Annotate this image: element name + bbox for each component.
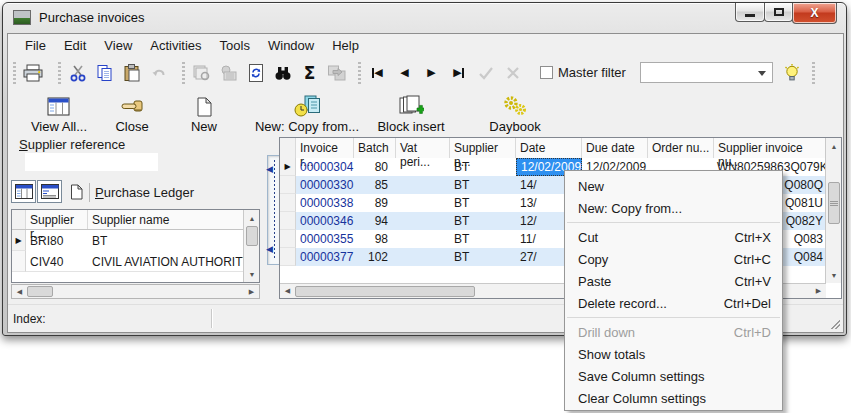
totals-button[interactable]: Σ (296, 60, 323, 86)
supplier-ref-cell[interactable]: BRI80 (26, 230, 88, 251)
accept-button[interactable] (472, 60, 499, 86)
title-bar[interactable]: Purchase invoices X (3, 3, 846, 32)
last-record-button[interactable]: ▶ (445, 60, 472, 86)
batch-cell[interactable]: 94 (354, 212, 396, 230)
quick-help-button[interactable] (779, 60, 806, 86)
menu-view[interactable]: View (95, 36, 141, 55)
supplier-cell[interactable]: BT (450, 194, 516, 212)
minimize-button[interactable] (735, 3, 765, 22)
due-date-column-header[interactable]: Due date (582, 138, 648, 158)
toolbar-grip[interactable] (812, 62, 815, 84)
scroll-thumb[interactable] (27, 286, 53, 297)
resize-grip-icon[interactable] (828, 317, 840, 329)
vat-cell[interactable] (396, 194, 450, 212)
paste-button[interactable] (118, 60, 145, 86)
invoice-cell[interactable]: 00000304 (296, 158, 354, 176)
batch-cell[interactable]: 89 (354, 194, 396, 212)
menu-file[interactable]: File (16, 36, 55, 55)
supplier-reference-input[interactable] (25, 153, 158, 171)
scroll-up-icon[interactable]: ▲ (245, 211, 259, 225)
toolbar-grip[interactable] (358, 62, 361, 84)
vat-cell[interactable] (396, 158, 450, 176)
supplier-name-column-header[interactable]: Supplier name (88, 210, 244, 229)
cancel-button[interactable] (499, 60, 526, 86)
menu-tools[interactable]: Tools (211, 36, 259, 55)
batch-cell[interactable]: 98 (354, 230, 396, 248)
invoice-column-header[interactable]: Invoice r... (296, 138, 354, 158)
supplier-ref-column-header[interactable]: Supplier r... (26, 210, 88, 229)
toolbar-grip[interactable] (13, 62, 16, 84)
supplier-row[interactable]: CIV40 CIVIL AVIATION AUTHORITY (12, 251, 244, 272)
scroll-thumb[interactable] (295, 286, 475, 297)
undo-button[interactable] (145, 60, 172, 86)
menu-window[interactable]: Window (259, 36, 323, 55)
supplier-cell[interactable]: BT (450, 248, 516, 266)
invoice-cell[interactable]: 00000330 (296, 176, 354, 194)
menu-activities[interactable]: Activities (141, 36, 210, 55)
supplier-cell[interactable]: BT (450, 230, 516, 248)
close-form-button[interactable]: Close (99, 91, 165, 134)
supplier-cell[interactable]: BT (450, 158, 516, 176)
supplier-name-cell[interactable]: CIVIL AVIATION AUTHORITY (88, 251, 244, 271)
supplier-ref-cell[interactable]: CIV40 (26, 251, 88, 271)
vat-cell[interactable] (396, 212, 450, 230)
vat-cell[interactable] (396, 248, 450, 266)
form-view-button[interactable] (37, 180, 62, 203)
master-filter-checkbox[interactable] (540, 66, 553, 79)
company-button[interactable] (215, 60, 242, 86)
supplier-row[interactable]: ▶ BRI80 BT (12, 230, 244, 251)
supplier-invoice-column-header[interactable]: Supplier invoice nu.. (714, 138, 826, 158)
grid-view-button[interactable] (11, 180, 36, 203)
scroll-thumb[interactable] (246, 226, 258, 246)
next-record-button[interactable]: ▶ (418, 60, 445, 86)
print-button[interactable] (19, 60, 46, 86)
batch-column-header[interactable]: Batch (354, 138, 396, 158)
supplier-cell[interactable]: BT (450, 176, 516, 194)
new-copy-from-button[interactable]: New: Copy from... (245, 91, 369, 134)
cut-button[interactable] (64, 60, 91, 86)
context-menu-item-drill-down[interactable]: Drill downCtrl+D (565, 321, 782, 343)
menu-edit[interactable]: Edit (55, 36, 95, 55)
invoice-cell[interactable]: 00000338 (296, 194, 354, 212)
find-button[interactable] (269, 60, 296, 86)
scroll-right-icon[interactable]: ▶ (244, 285, 259, 298)
view-all-button[interactable]: View All... (17, 91, 101, 134)
invoice-cell[interactable]: 00000346 (296, 212, 354, 230)
scroll-left-icon[interactable]: ◀ (280, 285, 295, 298)
supplier-table-hscrollbar[interactable]: ◀ ▶ (11, 284, 260, 299)
invoice-cell[interactable]: 00000377 (296, 248, 354, 266)
transfer-button[interactable] (323, 60, 350, 86)
invoice-grid-vscrollbar[interactable]: ▲ ▼ (825, 138, 841, 283)
vat-cell[interactable] (396, 176, 450, 194)
block-insert-button[interactable]: Block insert (363, 91, 459, 134)
supplier-cell[interactable]: BT (450, 212, 516, 230)
scroll-down-icon[interactable]: ▼ (827, 268, 841, 282)
batch-cell[interactable]: 85 (354, 176, 396, 194)
refresh-button[interactable] (242, 60, 269, 86)
context-menu-item-clear-column-settings[interactable]: Clear Column settings (565, 387, 782, 409)
supplier-name-cell[interactable]: BT (88, 230, 244, 251)
first-record-button[interactable]: ◀ (364, 60, 391, 86)
supplier-table-vscrollbar[interactable]: ▲ ▼ (243, 210, 259, 282)
prior-record-button[interactable]: ◀ (391, 60, 418, 86)
batch-cell[interactable]: 102 (354, 248, 396, 266)
scroll-up-icon[interactable]: ▲ (827, 139, 841, 153)
vat-cell[interactable] (396, 230, 450, 248)
context-menu-item-new-copy-from[interactable]: New: Copy from... (565, 197, 782, 219)
new-ledger-button[interactable] (65, 181, 87, 203)
invoice-cell[interactable]: 00000355 (296, 230, 354, 248)
context-menu-item-delete-record[interactable]: Delete record...Ctrl+Del (565, 292, 782, 314)
order-column-header[interactable]: Order nu... (648, 138, 714, 158)
menu-help[interactable]: Help (323, 36, 368, 55)
batch-cell[interactable]: 80 (354, 158, 396, 176)
range-bottom-marker[interactable]: ◀ (266, 244, 273, 254)
context-menu-item-paste[interactable]: PasteCtrl+V (565, 270, 782, 292)
context-menu-item-show-totals[interactable]: Show totals (565, 343, 782, 365)
context-menu-item-new[interactable]: New (565, 175, 782, 197)
scroll-thumb[interactable] (828, 182, 840, 224)
toolbar-grip[interactable] (58, 62, 61, 84)
new-button[interactable]: New (173, 91, 235, 134)
scroll-right-icon[interactable]: ▶ (811, 285, 826, 298)
maximize-button[interactable] (764, 3, 793, 22)
vat-column-header[interactable]: Vat peri... (396, 138, 450, 158)
